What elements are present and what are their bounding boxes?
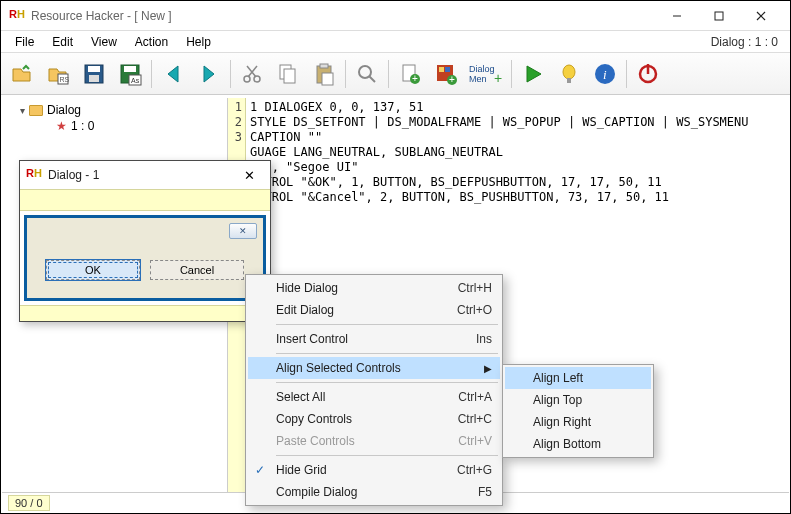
ctx-compile-dialog[interactable]: Compile DialogF5 <box>248 481 500 503</box>
close-icon[interactable]: ✕ <box>234 168 264 183</box>
app-icon: RH <box>9 8 25 24</box>
dialog-inner-close-icon[interactable]: ✕ <box>229 223 257 239</box>
svg-text:Dialog: Dialog <box>469 64 495 74</box>
info-icon[interactable]: i <box>588 57 622 91</box>
toolbar-separator <box>511 60 512 88</box>
ctx-separator <box>276 324 498 325</box>
close-button[interactable] <box>740 2 782 30</box>
svg-text:+: + <box>412 73 418 84</box>
menu-action[interactable]: Action <box>127 33 176 51</box>
power-icon[interactable] <box>631 57 665 91</box>
dialog-preview-window[interactable]: RH Dialog - 1 ✕ ✕ OK Cancel <box>19 160 271 322</box>
ctx-separator <box>276 353 498 354</box>
control-ok-button[interactable]: OK <box>46 260 140 280</box>
dialog-menu-icon[interactable]: DialogMen+ <box>465 57 507 91</box>
run-icon[interactable] <box>516 57 550 91</box>
ctx-align-selected[interactable]: Align Selected Controls▶ <box>248 357 500 379</box>
svg-point-14 <box>254 76 260 82</box>
ctx-align-bottom[interactable]: Align Bottom <box>505 433 651 455</box>
open-script-icon[interactable]: RS <box>41 57 75 91</box>
dialog-preview-status <box>20 305 270 321</box>
dialog-controls: OK Cancel <box>27 244 263 298</box>
dialog-inner-titlebar: ✕ <box>27 218 263 244</box>
ctx-separator <box>276 455 498 456</box>
submenu-arrow-icon: ▶ <box>484 363 492 374</box>
control-cancel-button[interactable]: Cancel <box>150 260 244 280</box>
toolbar-separator <box>388 60 389 88</box>
copy-icon[interactable] <box>271 57 305 91</box>
ctx-align-right[interactable]: Align Right <box>505 411 651 433</box>
svg-line-16 <box>247 66 256 77</box>
tree-label: Dialog <box>47 103 81 117</box>
svg-rect-10 <box>124 66 136 72</box>
svg-point-13 <box>244 76 250 82</box>
ctx-hide-grid[interactable]: ✓Hide GridCtrl+G <box>248 459 500 481</box>
window-title: Resource Hacker - [ New ] <box>31 9 656 23</box>
ctx-select-all[interactable]: Select AllCtrl+A <box>248 386 500 408</box>
menu-help[interactable]: Help <box>178 33 219 51</box>
ctx-paste-controls: Paste ControlsCtrl+V <box>248 430 500 452</box>
tree-dialog-node[interactable]: ▾ Dialog <box>4 102 225 118</box>
tree-label: 1 : 0 <box>71 119 94 133</box>
dialog-preview-titlebar[interactable]: RH Dialog - 1 ✕ <box>20 161 270 189</box>
dialog-preview-title: Dialog - 1 <box>48 168 234 182</box>
svg-rect-18 <box>284 69 295 83</box>
star-icon: ★ <box>56 119 67 133</box>
ctx-insert-control[interactable]: Insert ControlIns <box>248 328 500 350</box>
hint-icon[interactable] <box>552 57 586 91</box>
svg-rect-1 <box>715 12 723 20</box>
toolbar: RS As + + DialogMen+ i <box>1 53 790 95</box>
menubar-status: Dialog : 1 : 0 <box>711 35 784 49</box>
toolbar-separator <box>626 60 627 88</box>
ctx-copy-controls[interactable]: Copy ControlsCtrl+C <box>248 408 500 430</box>
titlebar: RH Resource Hacker - [ New ] <box>1 1 790 31</box>
svg-rect-21 <box>322 73 333 85</box>
ctx-separator <box>276 382 498 383</box>
status-pos: 90 / 0 <box>8 495 50 511</box>
toolbar-separator <box>230 60 231 88</box>
cut-icon[interactable] <box>235 57 269 91</box>
paste-icon[interactable] <box>307 57 341 91</box>
ctx-edit-dialog[interactable]: Edit DialogCtrl+O <box>248 299 500 321</box>
svg-text:As: As <box>131 77 140 84</box>
svg-point-35 <box>563 65 575 79</box>
dialog-preview-body: ✕ OK Cancel <box>20 211 270 305</box>
main-window: RH Resource Hacker - [ New ] File Edit V… <box>0 0 791 514</box>
dialog-preview-toolbar <box>20 189 270 211</box>
svg-text:i: i <box>603 67 607 82</box>
svg-rect-29 <box>445 67 450 72</box>
add-resource-icon[interactable]: + <box>429 57 463 91</box>
menu-file[interactable]: File <box>7 33 42 51</box>
tree-resource-leaf[interactable]: ★ 1 : 0 <box>4 118 225 134</box>
back-icon[interactable] <box>156 57 190 91</box>
save-icon[interactable] <box>77 57 111 91</box>
toolbar-separator <box>151 60 152 88</box>
app-icon: RH <box>26 167 42 183</box>
svg-rect-28 <box>439 67 444 72</box>
menubar: File Edit View Action Help Dialog : 1 : … <box>1 31 790 53</box>
svg-line-23 <box>369 76 375 82</box>
svg-rect-20 <box>320 64 328 68</box>
ctx-align-top[interactable]: Align Top <box>505 389 651 411</box>
window-controls <box>656 2 782 30</box>
open-icon[interactable] <box>5 57 39 91</box>
context-submenu: Align Left Align Top Align Right Align B… <box>502 364 654 458</box>
toolbar-separator <box>345 60 346 88</box>
check-icon: ✓ <box>255 463 265 477</box>
svg-text:+: + <box>494 70 502 86</box>
svg-line-15 <box>248 66 257 77</box>
minimize-button[interactable] <box>656 2 698 30</box>
maximize-button[interactable] <box>698 2 740 30</box>
add-file-icon[interactable]: + <box>393 57 427 91</box>
save-as-icon[interactable]: As <box>113 57 147 91</box>
svg-rect-8 <box>89 75 99 82</box>
menu-view[interactable]: View <box>83 33 125 51</box>
menu-edit[interactable]: Edit <box>44 33 81 51</box>
ctx-align-left[interactable]: Align Left <box>505 367 651 389</box>
svg-text:+: + <box>449 74 455 85</box>
find-icon[interactable] <box>350 57 384 91</box>
forward-icon[interactable] <box>192 57 226 91</box>
dialog-preview-client[interactable]: ✕ OK Cancel <box>24 215 266 301</box>
ctx-hide-dialog[interactable]: Hide DialogCtrl+H <box>248 277 500 299</box>
svg-rect-36 <box>567 78 571 83</box>
